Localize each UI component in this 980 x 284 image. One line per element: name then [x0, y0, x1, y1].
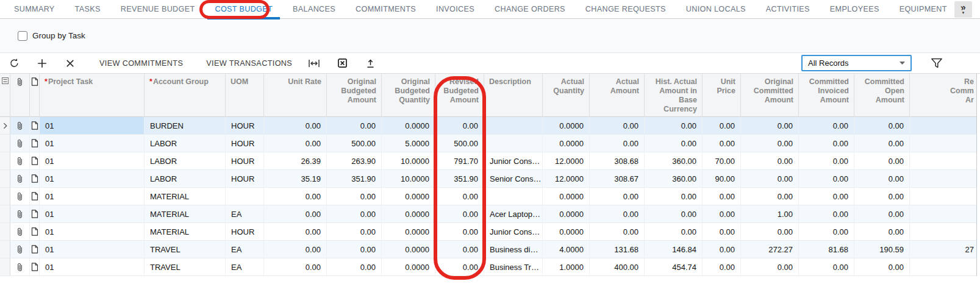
cell-account_group[interactable]: BURDEN	[145, 117, 226, 135]
cell-unit_price[interactable]: 0.00	[703, 188, 741, 205]
cell-orig_committed_amount[interactable]: 0.00	[741, 188, 799, 205]
cell-orig_budgeted_amount[interactable]: 351.90	[327, 170, 382, 188]
table-row[interactable]: 01LABORHOUR35.19351.9010.0000351.90Senio…	[0, 170, 977, 188]
tab-balances[interactable]: BALANCES	[285, 0, 343, 19]
row-files-cell[interactable]	[10, 258, 30, 276]
cell-account_group[interactable]: TRAVEL	[145, 258, 226, 276]
row-files-cell[interactable]	[10, 241, 30, 258]
cell-hist_actual_amount[interactable]: 0.00	[645, 117, 703, 135]
tab-revenue-budget[interactable]: REVENUE BUDGET	[113, 0, 202, 19]
cell-committed_open_amount[interactable]: 0.00	[854, 223, 910, 241]
cell-hist_actual_amount[interactable]: 360.00	[645, 170, 703, 188]
cell-revised_committed[interactable]	[910, 117, 977, 135]
tab-overflow-button[interactable]: » ▼	[954, 1, 972, 18]
cell-committed_open_amount[interactable]: 190.59	[854, 241, 910, 258]
cell-hist_actual_amount[interactable]: 0.00	[645, 188, 703, 205]
cell-orig_budgeted_amount[interactable]: 500.00	[327, 135, 382, 152]
cell-orig_committed_amount[interactable]: 0.00	[741, 152, 799, 170]
cell-orig_committed_amount[interactable]: 1.00	[741, 205, 799, 223]
cell-committed_invoiced_amount[interactable]: 0.00	[799, 258, 854, 276]
cell-uom[interactable]: EA	[226, 205, 264, 223]
cell-uom[interactable]: HOUR	[226, 223, 264, 241]
export-to-excel-button[interactable]	[332, 55, 352, 72]
tab-change-requests[interactable]: CHANGE REQUESTS	[578, 0, 673, 19]
cell-description[interactable]: Junior Cons…	[484, 152, 543, 170]
cell-hist_actual_amount[interactable]: 0.00	[645, 205, 703, 223]
row-selector-cell[interactable]	[0, 258, 10, 276]
filter-settings-button[interactable]	[926, 55, 947, 72]
tab-tasks[interactable]: TASKS	[68, 0, 108, 19]
tab-cost-budget[interactable]: COST BUDGET	[207, 0, 280, 19]
row-files-cell[interactable]	[10, 223, 30, 241]
cell-account_group[interactable]: MATERIAL	[145, 188, 226, 205]
row-notes-cell[interactable]	[30, 188, 40, 205]
cell-committed_invoiced_amount[interactable]: 0.00	[799, 117, 854, 135]
view-commitments-button[interactable]: VIEW COMMITMENTS	[92, 55, 190, 72]
cell-project_task[interactable]: 01	[40, 241, 145, 258]
cell-unit_rate[interactable]: 0.00	[264, 188, 327, 205]
row-notes-cell[interactable]	[30, 170, 40, 188]
cell-revised_budgeted_amount[interactable]: 500.00	[435, 135, 484, 152]
cell-actual_qty[interactable]: 0.0000	[543, 188, 590, 205]
column-header-description[interactable]: Description	[484, 74, 543, 117]
row-notes-cell[interactable]	[30, 117, 40, 135]
row-selector-cell[interactable]	[0, 152, 10, 170]
column-header-account_group[interactable]: *Account Group	[145, 74, 226, 117]
cell-hist_actual_amount[interactable]: 0.00	[645, 135, 703, 152]
cell-unit_price[interactable]: 0.00	[703, 241, 741, 258]
cell-unit_rate[interactable]: 0.00	[264, 241, 327, 258]
cell-orig_budgeted_qty[interactable]: 0.0000	[382, 205, 435, 223]
cell-description[interactable]: Senior Cons…	[484, 170, 543, 188]
group-by-task-checkbox[interactable]	[18, 31, 27, 41]
cell-orig_committed_amount[interactable]: 0.00	[741, 135, 799, 152]
cell-unit_rate[interactable]: 0.00	[264, 223, 327, 241]
cell-committed_invoiced_amount[interactable]: 0.00	[799, 205, 854, 223]
cell-actual_amount[interactable]: 0.00	[590, 135, 645, 152]
cell-description[interactable]	[484, 188, 543, 205]
column-header-revised_committed[interactable]: Re Comm Ar	[910, 74, 977, 117]
column-header-unit_price[interactable]: Unit Price	[703, 74, 741, 117]
cell-description[interactable]: Acer Laptop…	[484, 205, 543, 223]
cell-orig_committed_amount[interactable]: 0.00	[741, 117, 799, 135]
column-header-notes[interactable]	[30, 74, 40, 117]
cell-orig_budgeted_qty[interactable]: 0.0000	[382, 241, 435, 258]
cell-description[interactable]: Junior Cons…	[484, 223, 543, 241]
cell-committed_invoiced_amount[interactable]: 81.68	[799, 241, 854, 258]
cell-unit_rate[interactable]: 0.00	[264, 205, 327, 223]
cell-actual_amount[interactable]: 0.00	[590, 188, 645, 205]
cell-revised_budgeted_amount[interactable]: 351.90	[435, 170, 484, 188]
column-header-revised_budgeted_amount[interactable]: Revised Budgeted Amount	[435, 74, 484, 117]
cell-orig_budgeted_amount[interactable]: 263.90	[327, 152, 382, 170]
cell-revised_budgeted_amount[interactable]: 0.00	[435, 241, 484, 258]
cell-revised_committed[interactable]	[910, 152, 977, 170]
cell-revised_committed[interactable]	[910, 223, 977, 241]
cell-orig_budgeted_amount[interactable]: 0.00	[327, 117, 382, 135]
column-header-committed_open_amount[interactable]: Committed Open Amount	[854, 74, 910, 117]
cell-committed_open_amount[interactable]: 0.00	[854, 135, 910, 152]
row-selector-cell[interactable]	[0, 135, 10, 152]
cell-revised_budgeted_amount[interactable]: 0.00	[435, 117, 484, 135]
cell-project_task[interactable]: 01	[40, 117, 145, 135]
cell-revised_committed[interactable]	[910, 188, 977, 205]
cell-unit_price[interactable]: 0.00	[703, 223, 741, 241]
cell-revised_budgeted_amount[interactable]: 791.70	[435, 152, 484, 170]
cell-orig_budgeted_amount[interactable]: 0.00	[327, 258, 382, 276]
cell-revised_committed[interactable]	[910, 205, 977, 223]
column-header-selector[interactable]	[0, 74, 10, 117]
column-header-actual_qty[interactable]: Actual Quantity	[543, 74, 590, 117]
column-header-hist_actual_amount[interactable]: Hist. Actual Amount in Base Currency	[645, 74, 703, 117]
row-selector-cell[interactable]	[0, 205, 10, 223]
cell-committed_open_amount[interactable]: 0.00	[854, 205, 910, 223]
cell-uom[interactable]: HOUR	[226, 135, 264, 152]
cell-description[interactable]: Business Tr…	[484, 258, 543, 276]
column-header-actual_amount[interactable]: Actual Amount	[590, 74, 645, 117]
row-notes-cell[interactable]	[30, 223, 40, 241]
load-records-button[interactable]	[360, 55, 381, 72]
tab-commitments[interactable]: COMMITMENTS	[348, 0, 423, 19]
cell-actual_qty[interactable]: 12.0000	[543, 170, 590, 188]
column-header-committed_invoiced_amount[interactable]: Committed Invoiced Amount	[799, 74, 854, 117]
cell-project_task[interactable]: 01	[40, 223, 145, 241]
cell-hist_actual_amount[interactable]: 360.00	[645, 152, 703, 170]
row-notes-cell[interactable]	[30, 135, 40, 152]
cell-unit_rate[interactable]: 0.00	[264, 258, 327, 276]
